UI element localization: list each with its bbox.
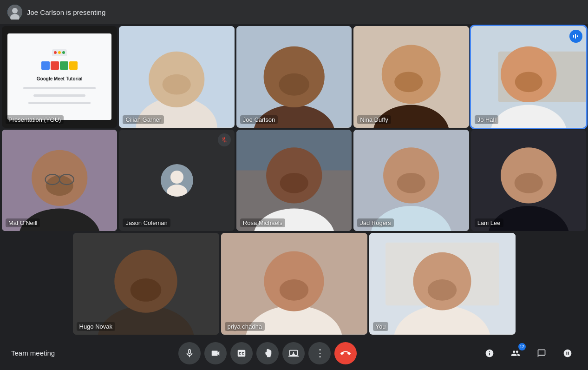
- present-icon: [288, 348, 299, 358]
- participants-icon: [511, 349, 520, 358]
- svg-point-53: [279, 279, 308, 301]
- tile-jad[interactable]: Jad Rogers: [353, 130, 469, 231]
- tile-name-lani: Lani Lee: [475, 218, 503, 227]
- mic-button[interactable]: [178, 342, 201, 364]
- tile-name-priya: priya chadha: [225, 322, 265, 331]
- tile-cilian-photo: [119, 26, 234, 128]
- present-button[interactable]: [282, 342, 305, 364]
- bottom-bar: Team meeting: [0, 337, 588, 370]
- svg-point-7: [163, 74, 191, 95]
- grid-row-2: Mal O'Neill Jason Coleman: [2, 130, 586, 231]
- tile-presentation[interactable]: Google Meet Tutorial Presentation (YOU): [2, 26, 117, 128]
- tile-nina-photo: [353, 26, 469, 128]
- tile-jason[interactable]: Jason Coleman: [119, 130, 234, 231]
- tile-name-presentation: Presentation (YOU): [6, 115, 64, 124]
- grid-row-1: Google Meet Tutorial Presentation (YOU) …: [2, 26, 586, 128]
- tile-joe-photo: [236, 26, 352, 128]
- jason-avatar-circle: [161, 164, 193, 197]
- tile-name-joe: Joe Carlson: [240, 115, 278, 124]
- tile-priya-photo: [221, 233, 367, 335]
- mic-icon: [184, 348, 195, 358]
- raise-hand-icon: [262, 348, 273, 358]
- svg-point-31: [170, 171, 183, 184]
- grid-area: Google Meet Tutorial Presentation (YOU) …: [0, 24, 588, 337]
- svg-point-45: [514, 173, 542, 193]
- svg-rect-23: [577, 35, 578, 37]
- svg-point-15: [394, 72, 423, 92]
- more-options-button[interactable]: ⋮: [308, 342, 331, 364]
- tile-cilian[interactable]: Cilian Garner: [119, 26, 234, 128]
- tile-name-you: You: [373, 322, 389, 331]
- meeting-name-container: Team meeting: [11, 349, 55, 357]
- tile-jo-photo: [471, 26, 586, 128]
- tile-name-jason: Jason Coleman: [123, 218, 170, 227]
- captions-icon: [236, 348, 247, 358]
- tile-name-cilian: Cilian Garner: [123, 115, 164, 124]
- activities-button[interactable]: [558, 344, 577, 363]
- svg-point-37: [280, 173, 308, 193]
- top-bar: Joe Carlson is presenting: [0, 0, 588, 24]
- raise-hand-button[interactable]: [256, 342, 279, 364]
- svg-point-41: [397, 173, 425, 193]
- tile-hugo-photo: [73, 233, 219, 335]
- tile-name-mal: Mal O'Neill: [6, 218, 40, 227]
- tile-mal-photo: [2, 130, 117, 231]
- end-call-icon: [340, 348, 351, 358]
- tile-jad-photo: [353, 130, 469, 231]
- presenter-avatar: [7, 5, 22, 20]
- tile-you-photo: [369, 233, 516, 335]
- svg-point-49: [130, 278, 161, 302]
- tile-rosa[interactable]: Rosa Michaels: [236, 130, 352, 231]
- svg-point-11: [279, 73, 309, 96]
- chat-button[interactable]: [532, 344, 551, 363]
- tile-name-jad: Jad Rogers: [357, 218, 393, 227]
- svg-rect-22: [575, 34, 576, 39]
- tile-lani[interactable]: Lani Lee: [471, 130, 586, 231]
- activities-icon: [563, 349, 572, 358]
- grid-row-3: Hugo Novak priya chadha You: [2, 233, 586, 335]
- camera-button[interactable]: [204, 342, 227, 364]
- chat-icon: [537, 349, 546, 358]
- tile-rosa-photo: [236, 130, 352, 231]
- tile-name-hugo: Hugo Novak: [77, 322, 116, 331]
- svg-rect-21: [573, 35, 574, 38]
- end-call-button[interactable]: [334, 342, 357, 364]
- participant-count-badge: 12: [518, 343, 526, 350]
- tile-nina[interactable]: Nina Duffy: [353, 26, 469, 128]
- tile-joe[interactable]: Joe Carlson: [236, 26, 352, 128]
- mic-off-icon: [221, 137, 228, 143]
- captions-button[interactable]: [230, 342, 253, 364]
- tile-lani-photo: [471, 130, 586, 231]
- meeting-name: Team meeting: [11, 349, 55, 357]
- more-options-dots: ⋮: [315, 347, 325, 359]
- tile-name-jo: Jo Hall: [475, 115, 499, 124]
- tile-jo[interactable]: Jo Hall: [471, 26, 586, 128]
- tile-priya[interactable]: priya chadha: [221, 233, 367, 335]
- controls-right: 12: [480, 344, 577, 363]
- speaking-waves-icon: [573, 33, 579, 40]
- tile-hugo[interactable]: Hugo Novak: [73, 233, 219, 335]
- camera-icon: [210, 348, 221, 358]
- info-button[interactable]: [480, 344, 499, 363]
- svg-point-1: [12, 8, 18, 13]
- speaking-indicator-jo: [569, 30, 582, 43]
- svg-point-20: [515, 72, 542, 92]
- controls-center: ⋮: [178, 342, 357, 364]
- presenter-label: Joe Carlson is presenting: [27, 8, 105, 16]
- tile-you[interactable]: You: [369, 233, 516, 335]
- jason-avatar-image: [161, 164, 193, 197]
- tile-mal[interactable]: Mal O'Neill: [2, 130, 117, 231]
- tile-name-nina: Nina Duffy: [357, 115, 391, 124]
- svg-point-58: [427, 279, 456, 301]
- tile-name-rosa: Rosa Michaels: [240, 218, 285, 227]
- presenter-avatar-image: [7, 5, 22, 20]
- mute-icon-jason: [218, 133, 231, 146]
- participants-button[interactable]: 12: [506, 344, 525, 363]
- info-icon: [485, 349, 494, 358]
